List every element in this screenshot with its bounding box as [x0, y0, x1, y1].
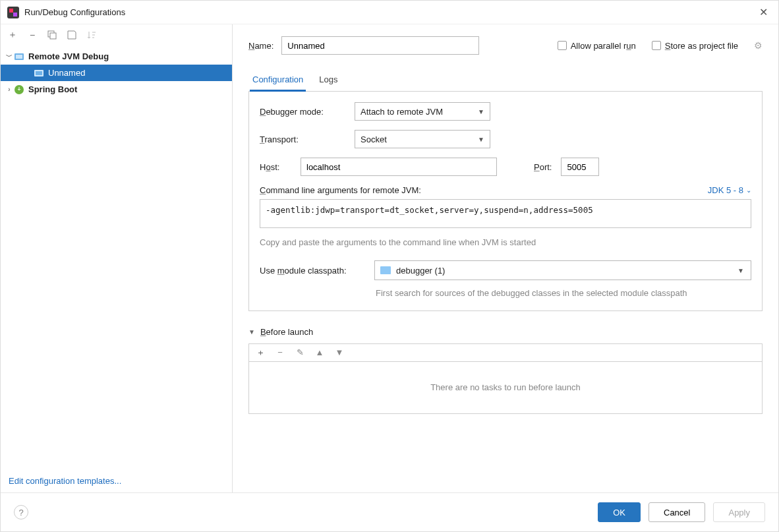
cmdline-label: Command line arguments for remote JVM: — [260, 185, 421, 195]
name-input[interactable] — [281, 36, 479, 55]
store-as-project-checkbox[interactable]: Store as project file — [652, 41, 738, 51]
help-button[interactable]: ? — [14, 505, 28, 519]
select-value: Attach to remote JVM — [361, 107, 443, 117]
checkbox-icon — [558, 41, 567, 50]
svg-rect-2 — [13, 13, 17, 16]
tree-label: Spring Boot — [28, 84, 77, 94]
debugger-mode-select[interactable]: Attach to remote JVM ▼ — [355, 102, 490, 121]
before-launch-label: Before launch — [260, 327, 313, 337]
svg-rect-8 — [36, 71, 42, 75]
tree-node-remote-jvm[interactable]: ﹀ Remote JVM Debug — [1, 48, 232, 65]
config-icon — [34, 68, 44, 78]
bl-up-button[interactable]: ▲ — [315, 348, 324, 357]
chevron-down-icon: ▼ — [478, 108, 484, 115]
bl-down-button[interactable]: ▼ — [335, 348, 344, 357]
app-icon — [7, 7, 19, 18]
svg-rect-1 — [9, 9, 13, 13]
transport-select[interactable]: Socket ▼ — [355, 130, 490, 148]
port-input[interactable] — [561, 158, 599, 176]
checkbox-icon — [652, 41, 661, 50]
tree-label: Remote JVM Debug — [28, 51, 109, 61]
select-value: debugger (1) — [396, 266, 445, 276]
before-launch-header[interactable]: ▼ Before launch — [248, 327, 763, 337]
bl-edit-button[interactable]: ✎ — [295, 348, 304, 357]
chevron-down-icon: ▼ — [478, 136, 484, 143]
module-hint: First search for sources of the debugged… — [376, 287, 718, 300]
name-label: Name: — [248, 41, 274, 51]
allow-parallel-label: Allow parallel run — [571, 41, 636, 51]
tree-node-unnamed[interactable]: Unnamed — [1, 65, 232, 81]
close-button[interactable]: ✕ — [755, 5, 772, 20]
bl-empty-text: There are no tasks to run before launch — [430, 382, 581, 392]
titlebar: Run/Debug Configurations ✕ — [1, 1, 778, 24]
tab-logs[interactable]: Logs — [316, 71, 340, 91]
triangle-down-icon: ▼ — [248, 328, 255, 336]
remove-config-button[interactable]: − — [27, 30, 38, 40]
right-panel: Name: Allow parallel run Store as projec… — [233, 24, 778, 492]
add-config-button[interactable]: ＋ — [7, 30, 18, 40]
tab-configuration[interactable]: Configuration — [250, 71, 306, 92]
remote-debug-icon — [14, 51, 24, 62]
cmdline-hint: Copy and paste the arguments to the comm… — [260, 237, 751, 247]
host-input[interactable] — [301, 158, 497, 176]
copy-config-button[interactable] — [47, 30, 57, 40]
transport-label: Transport: — [260, 134, 345, 144]
apply-button[interactable]: Apply — [713, 502, 765, 522]
left-footer: Edit configuration templates... — [1, 469, 232, 492]
ok-button[interactable]: OK — [598, 502, 641, 522]
host-label: Host: — [260, 162, 291, 172]
bl-remove-button[interactable]: − — [275, 348, 285, 357]
tabs: Configuration Logs — [248, 71, 763, 92]
store-label: Store as project file — [665, 41, 738, 51]
name-row: Name: Allow parallel run Store as projec… — [248, 36, 763, 55]
before-launch-toolbar: ＋ − ✎ ▲ ▼ — [248, 343, 763, 361]
svg-rect-6 — [16, 55, 22, 59]
left-panel: ＋ − ﹀ Remote JVM Debug Unnamed › Spring … — [1, 24, 233, 492]
tree-label: Unnamed — [48, 68, 85, 78]
port-label: Port: — [534, 162, 552, 172]
cmdline-box[interactable]: -agentlib:jdwp=transport=dt_socket,serve… — [260, 199, 751, 228]
chevron-down-icon: ⌄ — [746, 187, 751, 194]
svg-rect-4 — [50, 33, 56, 39]
gear-icon[interactable]: ⚙ — [754, 40, 763, 51]
left-toolbar: ＋ − — [1, 24, 232, 45]
module-select[interactable]: debugger (1) ▼ — [374, 260, 751, 280]
allow-parallel-checkbox[interactable]: Allow parallel run — [558, 41, 636, 51]
expand-icon: › — [5, 86, 14, 93]
main-area: ＋ − ﹀ Remote JVM Debug Unnamed › Spring … — [1, 24, 778, 492]
chevron-down-icon: ▼ — [737, 267, 744, 274]
config-panel: Debugger mode: Attach to remote JVM ▼ Tr… — [248, 92, 763, 311]
module-label: Use module classpath: — [260, 266, 365, 276]
folder-icon — [380, 266, 391, 274]
jdk-selector[interactable]: JDK 5 - 8 ⌄ — [708, 185, 751, 195]
bl-add-button[interactable]: ＋ — [256, 348, 265, 357]
edit-templates-link[interactable]: Edit configuration templates... — [9, 476, 121, 486]
dialog-title: Run/Debug Configurations — [24, 7, 755, 17]
save-config-button[interactable] — [67, 30, 77, 40]
config-tree: ﹀ Remote JVM Debug Unnamed › Spring Boot — [1, 45, 232, 469]
sort-config-button[interactable] — [86, 30, 97, 40]
cancel-button[interactable]: Cancel — [649, 502, 705, 522]
select-value: Socket — [361, 134, 387, 144]
spring-boot-icon — [14, 84, 24, 95]
expand-icon: ﹀ — [5, 52, 14, 61]
tree-node-spring-boot[interactable]: › Spring Boot — [1, 81, 232, 98]
footer: ? OK Cancel Apply — [1, 492, 778, 531]
before-launch-body: There are no tasks to run before launch — [248, 361, 763, 414]
debugger-mode-label: Debugger mode: — [260, 107, 345, 117]
